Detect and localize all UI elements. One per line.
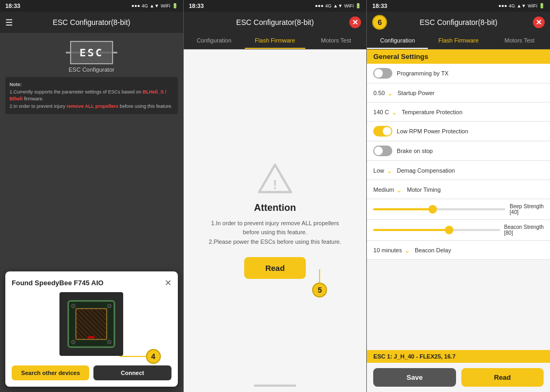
wifi-icon-3: WiFi bbox=[528, 3, 537, 8]
pcb-board bbox=[67, 300, 115, 348]
close-button-3[interactable]: ✕ bbox=[533, 16, 545, 28]
time-3: 18:33 bbox=[372, 3, 387, 9]
popup-buttons: Search other devices Connect bbox=[12, 365, 171, 380]
status-bar-3: 18:33 ●●● 4G ▲▼ WiFi 🔋 bbox=[367, 0, 550, 12]
scroll-indicator bbox=[254, 385, 296, 387]
setting-startup-power: 0.50 ⌄ Startup Power bbox=[367, 83, 550, 103]
step5-badge: 5 bbox=[312, 283, 327, 297]
value-beacon-delay: 10 minutes ⌄ bbox=[373, 246, 410, 254]
note-box: Note: 1.Currently supports the parameter… bbox=[5, 77, 178, 114]
data-icon-2: ▲▼ bbox=[333, 3, 343, 8]
esc-configurator-label: ESC Configurator bbox=[68, 66, 114, 73]
callout-line5-v bbox=[319, 269, 320, 283]
pcb-led bbox=[88, 336, 94, 338]
label-beacon-strength: Beacon Strength [80] bbox=[504, 224, 544, 236]
value-startup-power: 0.50 ⌄ bbox=[373, 89, 393, 97]
attention-line2: before using this feature. bbox=[243, 229, 307, 235]
save-button[interactable]: Save bbox=[373, 368, 456, 387]
toggle-low-rpm[interactable] bbox=[373, 126, 392, 137]
toggle-knob-3 bbox=[374, 147, 383, 155]
toggle-brake-stop[interactable] bbox=[373, 146, 392, 156]
status-icons-2: ●●● 4G ▲▼ WiFi 🔋 bbox=[315, 3, 361, 8]
screen1: 18:33 ●●● 4G ▲▼ WiFi 🔋 ☰ ESC Configurato… bbox=[0, 0, 184, 392]
value-temp-protection: 140 C ⌄ bbox=[373, 108, 397, 116]
battery-icon-3: 🔋 bbox=[539, 3, 545, 8]
slider-beacon[interactable] bbox=[373, 229, 500, 231]
device-image bbox=[59, 292, 123, 356]
screen3: 18:33 ●●● 4G ▲▼ WiFi 🔋 6 ESC Configurato… bbox=[367, 0, 550, 392]
screen3-main: General Settings Programming by TX 0.50 … bbox=[367, 49, 550, 392]
setting-low-rpm: Low RPM Power Protection bbox=[367, 122, 550, 141]
app-title-2: ESC Configurator(8-bit) bbox=[236, 18, 314, 27]
connect-button[interactable]: Connect bbox=[93, 365, 171, 380]
slider-beacon-thumb[interactable] bbox=[445, 226, 453, 234]
tab-motors-test-3[interactable]: Motors Test bbox=[489, 33, 550, 49]
signal-icon-2: ●●● bbox=[315, 3, 323, 8]
tab-motors-test-2[interactable]: Motors Test bbox=[305, 33, 366, 49]
battery-icon-2: 🔋 bbox=[355, 3, 361, 8]
tab-flash-firmware-2[interactable]: Flash Firmware bbox=[245, 33, 306, 49]
time-1: 18:33 bbox=[5, 3, 20, 9]
network-icon: 4G bbox=[142, 3, 148, 8]
pcb-corner-tl bbox=[71, 304, 75, 308]
label-temp-protection: Temperature Protection bbox=[402, 109, 462, 115]
svg-text:!: ! bbox=[273, 177, 277, 191]
time-2: 18:33 bbox=[189, 3, 204, 9]
attention-title: Attention bbox=[254, 202, 296, 214]
tab-configuration-2[interactable]: Configuration bbox=[184, 33, 245, 49]
popup-close-icon[interactable]: ✕ bbox=[165, 278, 171, 288]
note-line2-pre: 2.In order to prevent injury bbox=[10, 104, 67, 109]
screens-container: 18:33 ●●● 4G ▲▼ WiFi 🔋 ☰ ESC Configurato… bbox=[0, 0, 550, 392]
hamburger-icon[interactable]: ☰ bbox=[5, 18, 13, 28]
callout-line4 bbox=[119, 356, 146, 357]
read-button-2[interactable]: Read bbox=[244, 257, 306, 279]
toggle-knob-2 bbox=[383, 127, 391, 135]
search-devices-button[interactable]: Search other devices bbox=[12, 365, 89, 380]
close-button-2[interactable]: ✕ bbox=[349, 16, 361, 28]
startup-power-val: 0.50 bbox=[373, 90, 384, 96]
slider-beep[interactable] bbox=[373, 208, 505, 210]
setting-brake-stop: Brake on stop bbox=[367, 141, 550, 161]
label-low-rpm: Low RPM Power Protection bbox=[397, 128, 544, 134]
network-icon-2: 4G bbox=[325, 3, 332, 8]
chevron-startup-power: ⌄ bbox=[387, 89, 393, 97]
tab-flash-firmware-3[interactable]: Flash Firmware bbox=[428, 33, 489, 49]
battery-icon: 🔋 bbox=[172, 3, 178, 8]
general-settings-header: General Settings bbox=[367, 49, 550, 64]
slider-beep-track bbox=[373, 208, 505, 210]
esc-logo-text: ESC bbox=[80, 46, 104, 59]
status-bar-1: 18:33 ●●● 4G ▲▼ WiFi 🔋 bbox=[0, 0, 183, 12]
wifi-icon: WiFi bbox=[161, 3, 170, 8]
data-icon: ▲▼ bbox=[150, 3, 159, 8]
toggle-knob-1 bbox=[374, 69, 383, 78]
popup-header: Found SpeedyBee F745 AIO ✕ bbox=[12, 278, 171, 288]
screen1-main: ESC ESC Configurator Note: 1.Currently s… bbox=[0, 33, 183, 392]
popup-title: Found SpeedyBee F745 AIO bbox=[12, 279, 104, 287]
screen2-main: ! Attention 1.In order to prevent injury… bbox=[184, 49, 367, 392]
wifi-icon-2: WiFi bbox=[344, 3, 354, 8]
note-line1: 1.Currently supports the parameter setti… bbox=[10, 89, 143, 95]
pcb-corner-tr bbox=[107, 304, 111, 308]
settings-list: Programming by TX 0.50 ⌄ Startup Power 1… bbox=[367, 64, 550, 260]
slider-beep-thumb[interactable] bbox=[428, 205, 437, 214]
note-title: Note: bbox=[10, 82, 22, 87]
setting-beacon-delay: 10 minutes ⌄ Beacon Delay bbox=[367, 241, 550, 260]
attention-text: 1.In order to prevent injury remove ALL … bbox=[209, 219, 341, 247]
app-title-3: ESC Configurator(8-bit) bbox=[420, 18, 497, 27]
attention-line1: 1.In order to prevent injury remove ALL … bbox=[211, 220, 339, 226]
status-bar-2: 18:33 ●●● 4G ▲▼ WiFi 🔋 bbox=[184, 0, 367, 12]
demag-val: Low bbox=[373, 167, 384, 174]
pcb-corner-br bbox=[107, 340, 111, 344]
signal-icon: ●●● bbox=[132, 3, 140, 8]
read-button-3[interactable]: Read bbox=[461, 368, 544, 387]
bottom-buttons: Save Read bbox=[367, 363, 550, 392]
tab-configuration-3[interactable]: Configuration bbox=[367, 33, 428, 49]
toggle-programming-tx[interactable] bbox=[373, 68, 392, 79]
step5-callout: 5 bbox=[312, 269, 327, 297]
step6-badge: 6 bbox=[372, 15, 387, 30]
setting-beep-strength: Beep Strength [40] bbox=[367, 199, 550, 220]
setting-temp-protection: 140 C ⌄ Temperature Protection bbox=[367, 103, 550, 122]
note-firmware2: firmware. bbox=[23, 96, 44, 101]
setting-programming-tx: Programming by TX bbox=[367, 64, 550, 83]
note-remove: remove ALL propellers bbox=[67, 104, 119, 109]
